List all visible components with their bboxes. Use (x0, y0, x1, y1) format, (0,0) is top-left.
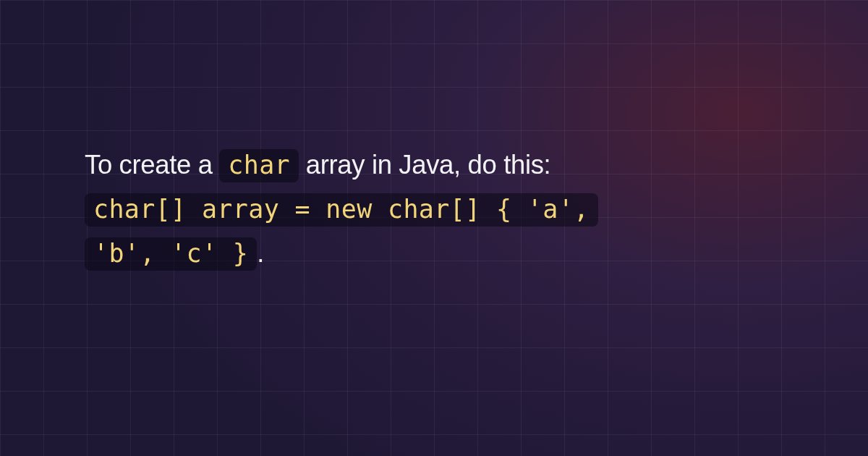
instruction-paragraph: To create a char array in Java, do this:… (85, 143, 796, 276)
text-end: . (257, 238, 264, 268)
inline-code-char: char (219, 149, 299, 182)
code-line-1: char[] array = new char[] { 'a', (85, 193, 598, 227)
text-intro: To create a (85, 150, 219, 180)
text-mid: array in Java, do this: (299, 150, 550, 180)
code-block: char[] array = new char[] { 'a','b', 'c'… (85, 194, 598, 268)
code-line-2: 'b', 'c' } (85, 237, 257, 271)
